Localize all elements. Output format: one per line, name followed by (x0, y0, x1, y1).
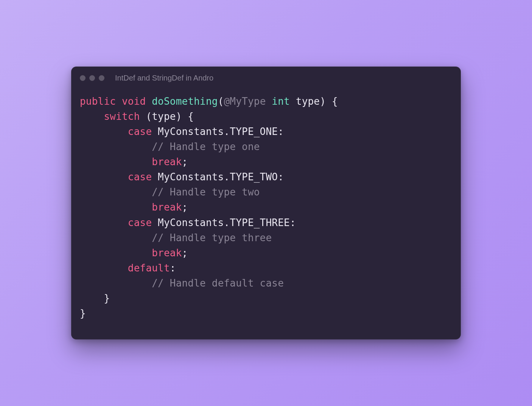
code-block[interactable]: public void doSomething(@MyType int type… (72, 85, 460, 339)
comment: // Handle type three (152, 232, 272, 243)
code-window: IntDef and StringDef in Andro public voi… (71, 67, 461, 339)
maximize-icon[interactable] (99, 75, 104, 81)
case-value: MyConstants.TYPE_THREE: (152, 217, 296, 228)
comment: // Handle type two (152, 186, 260, 198)
traffic-lights (80, 75, 104, 81)
close-brace: } (80, 293, 110, 304)
keyword-void: void (122, 96, 146, 107)
annotation: @MyType (224, 96, 266, 107)
keyword-case: case (128, 126, 152, 137)
titlebar: IntDef and StringDef in Andro (72, 67, 460, 85)
switch-paren: (type) { (140, 111, 194, 122)
indent (80, 156, 152, 167)
minimize-icon[interactable] (89, 75, 95, 81)
function-name: doSomething (152, 96, 218, 107)
indent (80, 232, 152, 243)
close-brace: } (80, 308, 86, 319)
indent (80, 201, 152, 213)
indent (80, 217, 128, 228)
semicolon: ; (182, 156, 188, 167)
indent (80, 247, 152, 259)
case-value: MyConstants.TYPE_ONE: (152, 126, 284, 137)
semicolon: ; (182, 247, 188, 259)
indent (80, 111, 104, 122)
keyword-case: case (128, 171, 152, 183)
semicolon: ; (182, 201, 188, 213)
keyword-public: public (80, 96, 116, 107)
colon: : (170, 262, 176, 274)
indent (80, 141, 152, 152)
comment: // Handle type one (152, 141, 260, 152)
paren-close-brace: ) { (320, 96, 338, 107)
close-icon[interactable] (80, 75, 86, 81)
indent (80, 277, 152, 289)
comment: // Handle default case (152, 277, 284, 289)
type-int: int (272, 96, 290, 107)
case-value: MyConstants.TYPE_TWO: (152, 171, 284, 183)
keyword-break: break (152, 247, 182, 259)
paren-open: ( (218, 96, 224, 107)
keyword-switch: switch (104, 111, 140, 122)
indent (80, 171, 128, 183)
keyword-break: break (152, 201, 182, 213)
indent (80, 126, 128, 137)
keyword-default: default (128, 262, 170, 274)
keyword-break: break (152, 156, 182, 167)
param-name: type (296, 96, 320, 107)
indent (80, 186, 152, 198)
window-title: IntDef and StringDef in Andro (115, 74, 213, 82)
keyword-case: case (128, 217, 152, 228)
indent (80, 262, 128, 274)
